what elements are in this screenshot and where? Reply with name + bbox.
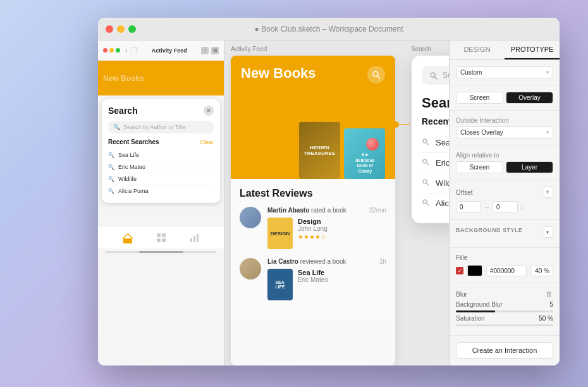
search-overlay: Search by Author o... Search Recent Sear… bbox=[412, 56, 449, 223]
iphone-tl-yellow[interactable] bbox=[109, 48, 114, 52]
tab-chart[interactable] bbox=[188, 231, 201, 244]
search-icon-item-4 bbox=[422, 199, 429, 208]
search-overlay-title: Search bbox=[422, 95, 449, 111]
fill-color-swatch[interactable] bbox=[467, 265, 482, 276]
search-overlay-search-icon bbox=[429, 71, 438, 80]
search-overlay-item-4[interactable]: Alicia Puma bbox=[422, 194, 449, 213]
traffic-light-green[interactable] bbox=[128, 25, 136, 33]
background-style-arrow[interactable]: ▾ bbox=[542, 226, 553, 238]
svg-rect-0 bbox=[123, 238, 132, 243]
search-recent-icon-1: 🔍 bbox=[108, 152, 114, 158]
overlay-button[interactable]: Overlay bbox=[506, 92, 553, 104]
reviewer-avatar-2 bbox=[240, 258, 261, 280]
clear-button[interactable]: Clear bbox=[200, 139, 214, 145]
interaction-type-select[interactable]: Custom ▾ bbox=[456, 66, 553, 78]
edited-indicator: ● bbox=[254, 25, 259, 34]
iphone-page-title: Activity Feed bbox=[140, 47, 199, 54]
saturation-label: Saturation bbox=[456, 315, 535, 322]
plus-button[interactable]: + bbox=[542, 187, 553, 198]
window-title: ● Book Club.sketch – Workspace Document bbox=[254, 25, 403, 34]
share-icon[interactable]: ↑ bbox=[201, 47, 209, 54]
search-overlay-item-3[interactable]: Wildlife bbox=[422, 173, 449, 194]
review-book-author-2: Eric Mateo bbox=[298, 276, 328, 283]
connector-line bbox=[396, 124, 410, 125]
fill-hex-input[interactable]: #000000 bbox=[486, 266, 527, 276]
create-interaction-btn[interactable]: Create an Interaction bbox=[456, 342, 553, 359]
fill-label: Fille bbox=[456, 254, 484, 261]
recent-item-1[interactable]: 🔍 Sea Life bbox=[108, 149, 214, 161]
svg-line-17 bbox=[427, 183, 429, 186]
interaction-type-section: Custom ▾ bbox=[450, 60, 560, 85]
blur-label: Blur bbox=[456, 291, 541, 298]
search-overlay-item-2[interactable]: Eric Mateo bbox=[422, 153, 449, 173]
saturation-track-fill bbox=[456, 324, 505, 326]
blur-value: 5 bbox=[549, 301, 553, 308]
search-input-box[interactable]: 🔍 Search by Author or Title bbox=[108, 121, 214, 133]
search-recent-icon-2: 🔍 bbox=[108, 164, 114, 170]
hero-search-btn[interactable] bbox=[367, 66, 385, 83]
screen-button[interactable]: Screen bbox=[456, 92, 503, 104]
reviewer-name-1: Martin Abasto bbox=[267, 207, 309, 214]
left-panel: ‹ Activity Feed ↑ ⊞ New Books Search bbox=[98, 40, 224, 366]
hero-title-bg: New Books bbox=[103, 74, 144, 83]
tab-prototype[interactable]: PROTOTYPE bbox=[505, 40, 560, 59]
svg-line-15 bbox=[427, 163, 429, 166]
search-overlay-text-4: Alicia Puma bbox=[436, 199, 449, 208]
fill-section: Fille #000000 40 % bbox=[450, 248, 560, 283]
review-item-2: Lia Castro reviewed a book 1h SEALIFE Se… bbox=[240, 258, 386, 300]
search-placeholder: Search by Author or Title bbox=[123, 124, 186, 130]
offset-x-input[interactable]: 0 bbox=[456, 201, 481, 213]
offset-x-arrow-icon: ↔ bbox=[484, 204, 490, 211]
iphone-nav-back[interactable]: ‹ bbox=[125, 47, 127, 54]
tab-grid[interactable] bbox=[155, 231, 168, 244]
review-time-2: 1h bbox=[379, 258, 386, 265]
align-layer-button[interactable]: Layer bbox=[506, 161, 553, 173]
iphone-toolbar: ‹ Activity Feed ↑ ⊞ bbox=[98, 40, 224, 61]
search-overlay-input-row: Search by Author o... bbox=[422, 66, 449, 85]
iphone-tl-green[interactable] bbox=[116, 48, 120, 52]
more-icon[interactable]: ⊞ bbox=[211, 47, 219, 54]
recent-searches-title: Recent Searches bbox=[108, 138, 159, 145]
offset-y-input[interactable]: 0 bbox=[493, 201, 518, 213]
recent-item-text-1: Sea Life bbox=[118, 152, 139, 158]
offset-y-arrow-icon: ↕ bbox=[520, 204, 524, 211]
recent-item-4[interactable]: 🔍 Alicia Puma bbox=[108, 185, 214, 197]
outside-interaction-select[interactable]: Closes Overlay ▾ bbox=[456, 126, 553, 138]
recent-item-2[interactable]: 🔍 Eric Mateo bbox=[108, 161, 214, 173]
blur-delete-icon[interactable]: 🗑 bbox=[544, 290, 553, 298]
traffic-light-yellow[interactable] bbox=[117, 25, 125, 33]
search-modal: Search ✕ 🔍 Search by Author or Title Rec… bbox=[102, 99, 220, 203]
recent-item-3[interactable]: 🔍 Wildlife bbox=[108, 173, 214, 185]
blur-track-fill bbox=[456, 310, 495, 312]
recent-item-text-2: Eric Mateo bbox=[118, 164, 145, 170]
chevron-down-icon: ▾ bbox=[546, 70, 549, 75]
search-icon: 🔍 bbox=[113, 124, 120, 130]
app-hero: New Books HIDDENTREASURES thedeliciousbo… bbox=[231, 56, 395, 179]
search-overlay-item-1[interactable]: Sea Life bbox=[422, 133, 449, 153]
title-bar: ● Book Club.sketch – Workspace Document bbox=[98, 18, 560, 40]
reviewer-name-2: Lia Castro bbox=[267, 258, 298, 265]
align-screen-button[interactable]: Screen bbox=[456, 161, 503, 173]
blur-section: Blur 🗑 Background Blur 5 Saturation 50 % bbox=[450, 283, 560, 336]
iphone-tl-red[interactable] bbox=[103, 48, 107, 52]
svg-line-11 bbox=[435, 77, 438, 79]
recent-item-text-3: Wildlife bbox=[118, 176, 137, 182]
review-book-title-2: Sea Life bbox=[298, 269, 328, 276]
svg-point-8 bbox=[373, 71, 378, 77]
tab-design[interactable]: DESIGN bbox=[450, 40, 505, 59]
panel-tabs: DESIGN PROTOTYPE bbox=[450, 40, 560, 60]
search-modal-close[interactable]: ✕ bbox=[204, 106, 214, 116]
search-recent-icon-4: 🔍 bbox=[108, 188, 114, 194]
recent-item-text-4: Alicia Puma bbox=[118, 188, 149, 194]
traffic-light-red[interactable] bbox=[106, 25, 113, 33]
saturation-value: 50 % bbox=[539, 315, 553, 322]
fill-enabled-checkbox[interactable] bbox=[456, 267, 463, 274]
search-modal-title: Search bbox=[108, 106, 138, 116]
svg-rect-1 bbox=[157, 233, 161, 237]
sketch-window: ● Book Club.sketch – Workspace Document … bbox=[98, 18, 560, 366]
tab-home[interactable] bbox=[121, 231, 134, 244]
app-screen: New Books HIDDENTREASURES thedeliciousbo… bbox=[231, 56, 395, 366]
review-time-1: 32min bbox=[369, 207, 386, 214]
fill-opacity-input[interactable]: 40 % bbox=[530, 266, 553, 276]
review-detail-2: Lia Castro reviewed a book 1h SEALIFE Se… bbox=[267, 258, 386, 300]
